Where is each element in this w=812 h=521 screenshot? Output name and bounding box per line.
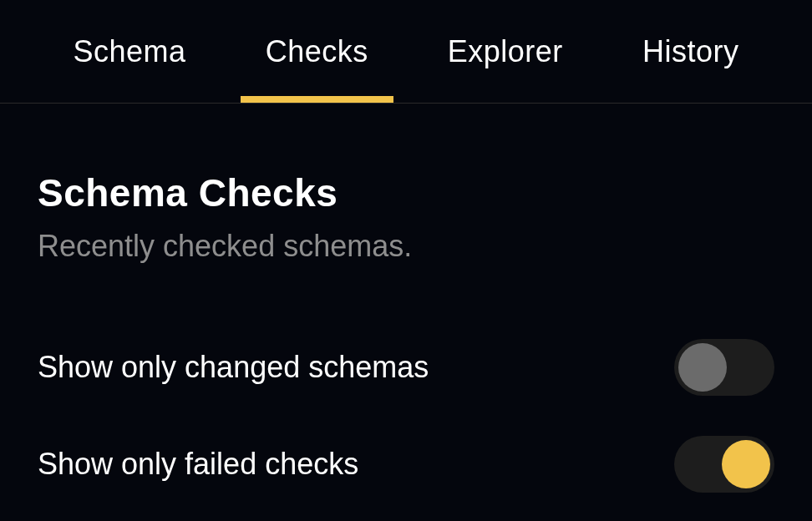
toggle-row-failed-checks: Show only failed checks — [38, 436, 774, 493]
toggle-changed-schemas[interactable] — [674, 339, 774, 396]
toggle-knob — [678, 343, 727, 392]
tab-bar: Schema Checks Explorer History — [0, 0, 812, 104]
page-subtitle: Recently checked schemas. — [38, 229, 774, 264]
tab-checks[interactable]: Checks — [241, 1, 393, 103]
toggle-label-changed-schemas: Show only changed schemas — [38, 350, 429, 385]
tab-history[interactable]: History — [617, 1, 764, 103]
toggle-knob — [722, 440, 770, 488]
tab-explorer[interactable]: Explorer — [423, 1, 588, 103]
toggle-label-failed-checks: Show only failed checks — [38, 447, 358, 482]
page-title: Schema Checks — [38, 170, 774, 215]
main-content: Schema Checks Recently checked schemas. … — [0, 104, 812, 493]
tab-schema[interactable]: Schema — [48, 1, 211, 103]
toggle-row-changed-schemas: Show only changed schemas — [38, 339, 774, 396]
toggle-failed-checks[interactable] — [674, 436, 774, 493]
